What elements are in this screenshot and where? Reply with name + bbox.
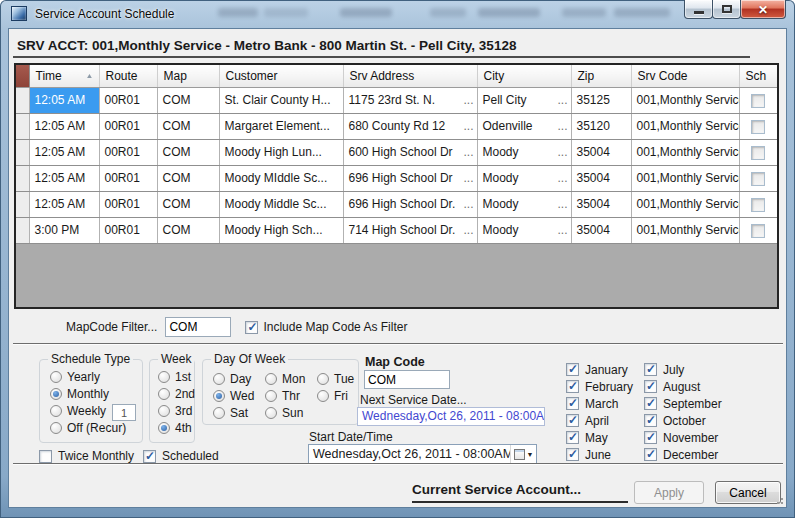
column-header-city[interactable]: City bbox=[477, 65, 571, 87]
weekly-interval-input[interactable] bbox=[112, 404, 136, 421]
map-code-input[interactable] bbox=[364, 370, 450, 389]
column-header-srv-address[interactable]: Srv Address bbox=[343, 65, 477, 87]
row-selector[interactable] bbox=[16, 217, 29, 243]
datetime-dropdown-button[interactable]: ▼ bbox=[510, 445, 536, 463]
radio-yearly[interactable]: Yearly bbox=[50, 370, 100, 384]
cell-sch[interactable] bbox=[739, 217, 777, 243]
sch-checkbox[interactable] bbox=[751, 94, 765, 108]
cell-time[interactable]: 12:05 AM bbox=[29, 113, 99, 139]
radio-tue[interactable]: Tue bbox=[317, 370, 361, 387]
cell-sch[interactable] bbox=[739, 139, 777, 165]
mapcode-filter-input[interactable] bbox=[165, 317, 231, 337]
table-row[interactable]: 12:05 AM 00R01 COM Margaret Element... 6… bbox=[16, 113, 777, 139]
cell-sch[interactable] bbox=[739, 113, 777, 139]
sch-checkbox[interactable] bbox=[751, 224, 765, 238]
radio-monthly[interactable]: Monthly bbox=[50, 387, 109, 401]
maximize-button[interactable] bbox=[712, 0, 741, 19]
checkbox-september[interactable]: September bbox=[644, 395, 722, 412]
cell-customer[interactable]: Margaret Element... bbox=[219, 113, 343, 139]
column-header-map[interactable]: Map bbox=[157, 65, 219, 87]
cell-time[interactable]: 12:05 AM bbox=[29, 139, 99, 165]
cell-customer[interactable]: Moody MIddle Sc... bbox=[219, 165, 343, 191]
row-selector[interactable] bbox=[16, 165, 29, 191]
cell-sch[interactable] bbox=[739, 87, 777, 113]
resize-grip[interactable] bbox=[772, 493, 784, 505]
radio-off-recur[interactable]: Off (Recur) bbox=[50, 421, 126, 435]
cell-zip[interactable]: 35125 bbox=[571, 87, 631, 113]
cell-city[interactable]: Pell City... bbox=[477, 87, 571, 113]
cell-zip[interactable]: 35004 bbox=[571, 139, 631, 165]
cell-srv-code[interactable]: 001,Monthly Service... bbox=[631, 87, 739, 113]
radio-weekly[interactable]: Weekly bbox=[50, 404, 106, 418]
radio-fri[interactable]: Fri bbox=[317, 387, 361, 404]
radio-sat[interactable]: Sat bbox=[213, 404, 263, 421]
column-header-route[interactable]: Route bbox=[99, 65, 157, 87]
cell-time[interactable]: 12:05 AM bbox=[29, 191, 99, 217]
cell-city[interactable]: Moody... bbox=[477, 191, 571, 217]
checkbox-january[interactable]: January bbox=[566, 361, 644, 378]
cell-route[interactable]: 00R01 bbox=[99, 113, 157, 139]
checkbox-february[interactable]: February bbox=[566, 378, 644, 395]
sch-checkbox[interactable] bbox=[751, 146, 765, 160]
cell-srv-address[interactable]: 680 County Rd 12... bbox=[343, 113, 477, 139]
checkbox-november[interactable]: November bbox=[644, 429, 722, 446]
selector-header[interactable] bbox=[16, 65, 29, 87]
column-header-customer[interactable]: Customer bbox=[219, 65, 343, 87]
radio-mon[interactable]: Mon bbox=[265, 370, 315, 387]
cell-map[interactable]: COM bbox=[157, 217, 219, 243]
titlebar[interactable]: Service Account Schedule ✕ bbox=[0, 0, 795, 28]
cell-customer[interactable]: Moody High Sch... bbox=[219, 217, 343, 243]
cell-city[interactable]: Moody... bbox=[477, 139, 571, 165]
cell-map[interactable]: COM bbox=[157, 139, 219, 165]
cell-map[interactable]: COM bbox=[157, 165, 219, 191]
table-row[interactable]: 3:00 PM 00R01 COM Moody High Sch... 714 … bbox=[16, 217, 777, 243]
radio-4th[interactable]: 4th bbox=[158, 421, 192, 435]
radio-1st[interactable]: 1st bbox=[158, 370, 191, 384]
scheduled-checkbox[interactable]: Scheduled bbox=[143, 449, 219, 463]
checkbox-june[interactable]: June bbox=[566, 446, 644, 463]
radio-wed[interactable]: Wed bbox=[213, 387, 263, 404]
service-grid[interactable]: Time▲ Route Map Customer Srv Address Cit… bbox=[14, 63, 779, 309]
table-row[interactable]: 12:05 AM 00R01 COM Moody High Lun... 600… bbox=[16, 139, 777, 165]
cell-srv-code[interactable]: 001,Monthly Service... bbox=[631, 139, 739, 165]
cell-customer[interactable]: Moody High Lun... bbox=[219, 139, 343, 165]
cell-city[interactable]: Moody... bbox=[477, 217, 571, 243]
cell-map[interactable]: COM bbox=[157, 113, 219, 139]
checkbox-march[interactable]: March bbox=[566, 395, 644, 412]
cell-route[interactable]: 00R01 bbox=[99, 139, 157, 165]
column-header-sch[interactable]: Sch bbox=[739, 65, 777, 87]
row-selector[interactable] bbox=[16, 191, 29, 217]
cell-time[interactable]: 12:05 AM bbox=[29, 165, 99, 191]
radio-2nd[interactable]: 2nd bbox=[158, 387, 195, 401]
checkbox-october[interactable]: October bbox=[644, 412, 722, 429]
cell-city[interactable]: Moody... bbox=[477, 165, 571, 191]
cell-srv-code[interactable]: 001,Monthly Service... bbox=[631, 113, 739, 139]
radio-thr[interactable]: Thr bbox=[265, 387, 315, 404]
cell-time[interactable]: 12:05 AM bbox=[29, 87, 99, 113]
column-header-zip[interactable]: Zip bbox=[571, 65, 631, 87]
cell-sch[interactable] bbox=[739, 165, 777, 191]
checkbox-april[interactable]: April bbox=[566, 412, 644, 429]
cell-map[interactable]: COM bbox=[157, 191, 219, 217]
checkbox-may[interactable]: May bbox=[566, 429, 644, 446]
table-row[interactable]: 12:05 AM 00R01 COM St. Clair County H...… bbox=[16, 87, 777, 113]
cell-time[interactable]: 3:00 PM bbox=[29, 217, 99, 243]
cell-srv-address[interactable]: 714 High School Dr.... bbox=[343, 217, 477, 243]
cell-srv-address[interactable]: 696 High School Dr... bbox=[343, 165, 477, 191]
cell-customer[interactable]: Moody Middle Sc... bbox=[219, 191, 343, 217]
cell-srv-address[interactable]: 1175 23rd St. N.... bbox=[343, 87, 477, 113]
row-selector[interactable] bbox=[16, 87, 29, 113]
cell-zip[interactable]: 35004 bbox=[571, 191, 631, 217]
cell-srv-code[interactable]: 001,Monthly Service... bbox=[631, 191, 739, 217]
apply-button[interactable]: Apply bbox=[634, 481, 704, 504]
table-row[interactable]: 12:05 AM 00R01 COM Moody Middle Sc... 69… bbox=[16, 191, 777, 217]
sch-checkbox[interactable] bbox=[751, 198, 765, 212]
include-mapcode-checkbox[interactable]: Include Map Code As Filter bbox=[245, 320, 407, 334]
cell-sch[interactable] bbox=[739, 191, 777, 217]
cell-srv-code[interactable]: 001,Monthly Service... bbox=[631, 165, 739, 191]
cell-srv-address[interactable]: 600 High School Dr... bbox=[343, 139, 477, 165]
cell-customer[interactable]: St. Clair County H... bbox=[219, 87, 343, 113]
cell-zip[interactable]: 35004 bbox=[571, 217, 631, 243]
close-button[interactable]: ✕ bbox=[740, 0, 786, 19]
cell-city[interactable]: Odenville... bbox=[477, 113, 571, 139]
